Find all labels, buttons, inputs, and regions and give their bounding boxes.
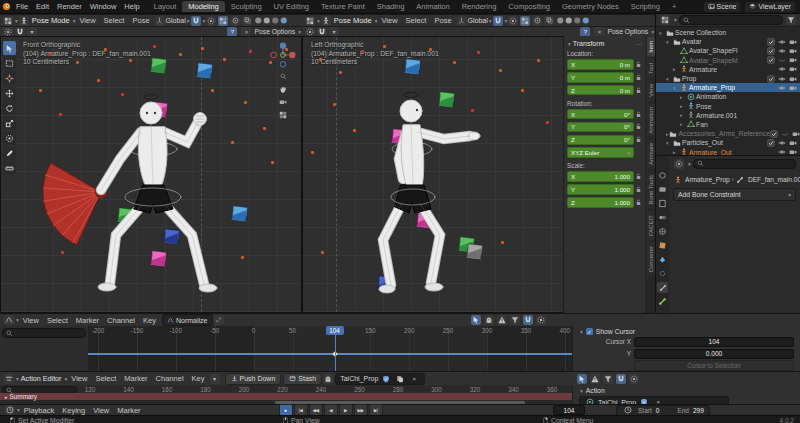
- rotation-z-field[interactable]: Z0°: [567, 135, 634, 146]
- add-bone-constraint-button[interactable]: Add Bone Constraint▾: [673, 188, 796, 201]
- pivot-icon[interactable]: [508, 16, 518, 26]
- dope-editor-caret[interactable]: ▾: [16, 376, 19, 382]
- hide-eye-icon[interactable]: [781, 129, 790, 138]
- rotation-y-field[interactable]: Y0°: [567, 122, 634, 133]
- lock-icon[interactable]: [634, 61, 642, 68]
- snap-target-icon[interactable]: [317, 27, 327, 37]
- filter-icon[interactable]: [786, 15, 796, 25]
- stash-button[interactable]: Stash: [283, 373, 322, 385]
- panel-caret[interactable]: ▾: [580, 329, 583, 335]
- bone-constraint-tab-icon[interactable]: [657, 282, 668, 293]
- cursor-x-field[interactable]: 104: [634, 337, 794, 348]
- start-value[interactable]: 0: [656, 407, 660, 414]
- normalize-options-icon[interactable]: ⤢: [214, 315, 224, 325]
- orientation-select[interactable]: Global: [468, 17, 488, 24]
- proportional-icon[interactable]: [536, 315, 546, 325]
- checkbox-icon[interactable]: [766, 37, 775, 46]
- orientation-select[interactable]: Global: [166, 17, 186, 24]
- lock-icon[interactable]: [634, 74, 642, 81]
- graph-menu-select[interactable]: Select: [43, 316, 72, 325]
- snap-magnet-icon[interactable]: [493, 16, 503, 26]
- camera-icon[interactable]: [788, 37, 797, 46]
- action-ghost-icon[interactable]: [323, 374, 333, 384]
- graph-canvas[interactable]: -200-150-100-50050150200250300350400104: [88, 326, 572, 371]
- rotation-mode-caret[interactable]: ▾: [627, 150, 630, 156]
- graph-menu-marker[interactable]: Marker: [72, 316, 103, 325]
- action-name-field[interactable]: TaiChi_Prop×: [335, 373, 425, 385]
- options-icon[interactable]: ▾: [329, 27, 339, 37]
- object-tab-icon[interactable]: [657, 240, 668, 251]
- orientation-caret[interactable]: ▾: [489, 18, 492, 24]
- dropdown-caret[interactable]: ▾: [788, 192, 791, 198]
- gizmo-toggle-icon[interactable]: [520, 16, 530, 26]
- mode-select[interactable]: Pose Mode: [32, 16, 70, 25]
- outliner-mode-caret[interactable]: ▾: [674, 17, 677, 23]
- viewport-menu-pose[interactable]: Pose: [430, 16, 455, 25]
- shading-mode-icons[interactable]: [254, 16, 288, 25]
- checkbox-icon[interactable]: [766, 46, 775, 55]
- workspace-tab-layout[interactable]: Layout: [148, 1, 183, 12]
- breadcrumb-object[interactable]: Armature_Prop: [685, 176, 730, 183]
- pose-options-dropdown[interactable]: Pose Options: [254, 28, 295, 35]
- breadcrumb-bone[interactable]: DEF_fan_main.001: [748, 176, 800, 183]
- workspace-tab-rendering[interactable]: Rendering: [456, 1, 503, 12]
- shading-mode-icons[interactable]: [556, 16, 590, 25]
- lock-icon[interactable]: [634, 173, 642, 180]
- lock-icon[interactable]: [634, 186, 642, 193]
- workspace-tab-uv-editing[interactable]: UV Editing: [268, 1, 315, 12]
- outliner-row-armature-001[interactable]: ▸Armature.001: [656, 111, 800, 120]
- current-frame-field[interactable]: 104: [553, 405, 585, 416]
- camera-icon[interactable]: [788, 138, 797, 147]
- world-tab-icon[interactable]: [657, 226, 668, 237]
- pose-options-caret[interactable]: ▾: [651, 29, 654, 35]
- lock-icon[interactable]: [634, 136, 642, 143]
- dope-canvas[interactable]: 120140160180200220240260280300320340360▸…: [0, 385, 572, 404]
- outliner-row-avatar-shapefl[interactable]: Avatar_ShapeFl: [656, 46, 800, 55]
- output-tab-icon[interactable]: [657, 198, 668, 209]
- snap-target-icon[interactable]: [15, 27, 25, 37]
- workspace-tab--[interactable]: +: [666, 1, 682, 12]
- topbar-menu-file[interactable]: File: [12, 2, 32, 11]
- proportional-edit-icon[interactable]: [305, 27, 315, 37]
- cursor-toggle-icon[interactable]: [577, 374, 587, 384]
- outliner-row-animation[interactable]: ▸Animation: [656, 92, 800, 101]
- viewport-left[interactable]: Front Orthographic(104) Armature_Prop : …: [0, 36, 302, 313]
- xray-toggle-icon[interactable]: [242, 16, 252, 26]
- timeline-menu-keying[interactable]: Keying: [58, 406, 89, 415]
- copy-action-icon[interactable]: [395, 374, 405, 384]
- modifier-tab-icon[interactable]: [657, 254, 668, 265]
- viewport-menu-select[interactable]: Select: [100, 16, 129, 25]
- character-front[interactable]: [1, 37, 302, 313]
- n-panel-tab-animate[interactable]: Animate: [647, 139, 655, 169]
- n-panel-tab-tool[interactable]: Tool: [647, 59, 655, 78]
- data-tab-icon[interactable]: [657, 296, 668, 307]
- viewlayer-selector[interactable]: ViewLayer: [744, 1, 796, 13]
- outliner-row-avatar-shapem[interactable]: Avatar_ShapeM: [656, 56, 800, 65]
- mode-select[interactable]: Pose Mode: [334, 16, 372, 25]
- warning-icon[interactable]: [590, 374, 600, 384]
- range-clock-icon[interactable]: [623, 405, 633, 415]
- end-value[interactable]: 299: [693, 407, 704, 414]
- scene-selector[interactable]: Scene: [703, 1, 742, 13]
- outliner-row-pose[interactable]: ▸Pose: [656, 102, 800, 111]
- workspace-tab-sculpting[interactable]: Sculpting: [225, 1, 268, 12]
- eye-icon[interactable]: [777, 74, 786, 83]
- camera-icon[interactable]: [788, 74, 797, 83]
- blender-logo-icon[interactable]: [1, 2, 11, 12]
- editor-mode-select[interactable]: Action Editor: [21, 374, 62, 383]
- orientation-icon[interactable]: [155, 16, 165, 26]
- mode-icon[interactable]: [19, 16, 29, 26]
- cursor-toggle-icon[interactable]: [471, 315, 481, 325]
- tool-tab-icon[interactable]: [657, 170, 668, 181]
- dope-menu-key[interactable]: Key: [188, 374, 209, 383]
- editor-type-icon[interactable]: [305, 16, 315, 26]
- cursor-to-selection-button[interactable]: Cursor to Selection: [634, 360, 794, 371]
- workspace-tab-modeling[interactable]: Modeling: [182, 1, 224, 12]
- snap-icon[interactable]: [616, 374, 626, 384]
- workspace-tab-geometry-nodes[interactable]: Geometry Nodes: [556, 1, 625, 12]
- outliner-search-input[interactable]: [679, 15, 783, 25]
- scale-z-field[interactable]: Z1.000: [567, 197, 634, 208]
- topbar-menu-render[interactable]: Render: [53, 2, 86, 11]
- outliner-display-mode-icon[interactable]: [660, 15, 670, 25]
- workspace-tab-texture-paint[interactable]: Texture Paint: [315, 1, 371, 12]
